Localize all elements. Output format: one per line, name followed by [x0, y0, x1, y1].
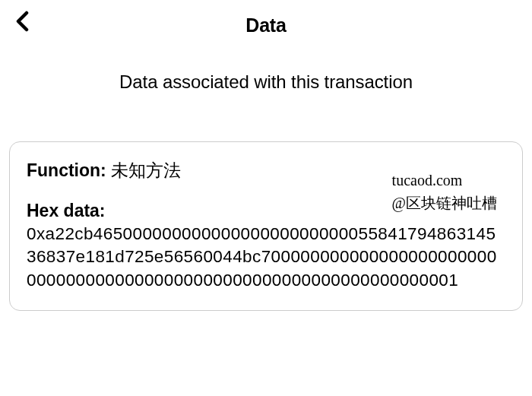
- function-label: Function:: [27, 160, 106, 180]
- page-subtitle: Data associated with this transaction: [0, 71, 532, 93]
- header: Data: [0, 0, 532, 46]
- hex-data-value: 0xa22cb465000000000000000000000000558417…: [27, 223, 505, 292]
- function-value: 未知方法: [111, 160, 181, 180]
- function-row: Function: 未知方法: [27, 159, 505, 182]
- data-card: Function: 未知方法 Hex data: 0xa22cb46500000…: [9, 141, 523, 311]
- back-button[interactable]: [12, 11, 33, 32]
- chevron-left-icon: [15, 11, 30, 32]
- hex-data-label: Hex data:: [27, 201, 505, 221]
- page-title: Data: [15, 14, 517, 36]
